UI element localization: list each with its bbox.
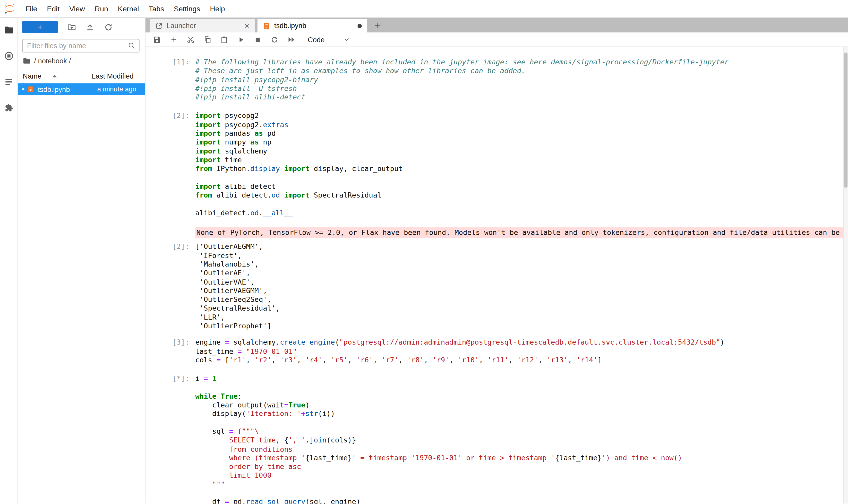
code-cell[interactable]: [3]:engine = sqlalchemy.create_engine("p… xyxy=(145,338,848,365)
file-name: tsdb.ipynb xyxy=(38,85,70,93)
file-list-header: Name Last Modified xyxy=(18,69,145,84)
cell-type-value: Code xyxy=(308,36,324,44)
run-cell-icon[interactable] xyxy=(236,35,245,44)
home-folder-icon[interactable] xyxy=(23,57,31,65)
code-cell[interactable]: [2]:import psycopg2import psycopg2.extra… xyxy=(145,112,848,218)
column-name[interactable]: Name xyxy=(23,72,41,80)
sort-ascending-icon[interactable] xyxy=(52,75,57,77)
file-modified: a minute ago xyxy=(97,86,136,93)
menu-settings[interactable]: Settings xyxy=(169,5,205,13)
new-launcher-button[interactable]: + xyxy=(22,21,58,33)
tab-label: Launcher xyxy=(167,22,196,30)
new-folder-icon[interactable] xyxy=(67,22,76,32)
running-kernel-indicator xyxy=(22,88,24,90)
dock-tab-bar: Launcher × tsdb.ipynb xyxy=(145,18,848,33)
output-cell: [2]:['OutlierAEGMM', 'IForest', 'Mahalan… xyxy=(145,242,848,331)
restart-run-all-icon[interactable] xyxy=(287,35,295,44)
copy-cells-icon[interactable] xyxy=(203,35,212,44)
vertical-scrollbar[interactable] xyxy=(843,47,848,504)
tab-launcher[interactable]: Launcher × xyxy=(150,19,255,33)
cell-prompt: [3]: xyxy=(145,338,195,365)
file-browser-panel: + / note xyxy=(18,18,145,503)
file-browser-toolbar: + xyxy=(18,18,145,34)
cut-cells-icon[interactable] xyxy=(186,35,195,44)
unsaved-changes-indicator[interactable] xyxy=(357,23,362,28)
cell-prompt: [1]: xyxy=(145,58,195,102)
menu-tabs[interactable]: Tabs xyxy=(144,5,169,13)
notebook-icon xyxy=(27,86,35,93)
upload-icon[interactable] xyxy=(85,22,95,32)
save-icon[interactable] xyxy=(152,35,161,44)
cell-editor[interactable]: engine = sqlalchemy.create_engine("postg… xyxy=(195,338,848,365)
search-icon xyxy=(128,42,136,50)
menu-items: File Edit View Run Kernel Tabs Settings … xyxy=(21,5,230,13)
scrollbar-thumb[interactable] xyxy=(844,53,848,188)
launcher-tab-icon xyxy=(155,22,163,29)
notebook-icon xyxy=(263,22,270,29)
chevron-down-icon xyxy=(343,36,350,43)
cell-prompt xyxy=(145,227,195,238)
main-area: Launcher × tsdb.ipynb xyxy=(145,18,848,503)
cell-output-text: ['OutlierAEGMM', 'IForest', 'Mahalanobis… xyxy=(195,242,848,331)
close-icon[interactable]: × xyxy=(245,22,249,30)
cell-editor[interactable]: i = 1 while True: clear_output(wait=True… xyxy=(195,375,848,504)
tab-tsdb-ipynb[interactable]: tsdb.ipynb xyxy=(257,19,367,33)
extension-manager-tab-icon[interactable] xyxy=(3,102,14,113)
file-filter-input[interactable] xyxy=(26,41,128,51)
menu-view[interactable]: View xyxy=(65,5,90,13)
file-list: tsdb.ipynb a minute ago xyxy=(18,83,145,95)
code-cell[interactable]: [*]:i = 1 while True: clear_output(wait=… xyxy=(145,375,848,504)
jupyter-logo-icon xyxy=(3,2,16,15)
cell-type-dropdown[interactable]: Code xyxy=(308,36,350,44)
cell-prompt: [2]: xyxy=(145,242,195,331)
menu-bar: File Edit View Run Kernel Tabs Settings … xyxy=(0,0,848,18)
breadcrumb[interactable]: / notebook / xyxy=(18,53,145,65)
notebook-scroll-area: [1]:# The following libraries have alrea… xyxy=(145,47,848,504)
restart-kernel-icon[interactable] xyxy=(270,35,278,44)
add-cell-icon[interactable] xyxy=(169,35,178,44)
file-filter-box xyxy=(22,39,140,53)
cell-editor[interactable]: import psycopg2import psycopg2.extrasimp… xyxy=(195,112,848,218)
notebook-cells: [1]:# The following libraries have alrea… xyxy=(145,47,848,504)
new-tab-button[interactable] xyxy=(370,19,384,33)
interrupt-kernel-icon[interactable] xyxy=(253,35,262,44)
paste-cells-icon[interactable] xyxy=(220,35,229,44)
file-browser-tab-icon[interactable] xyxy=(3,24,14,35)
cell-editor[interactable]: # The following libraries have already b… xyxy=(195,58,848,102)
stderr-output-cell: None of PyTorch, TensorFlow >= 2.0, or F… xyxy=(145,227,848,238)
table-of-contents-tab-icon[interactable] xyxy=(3,76,14,87)
menu-help[interactable]: Help xyxy=(205,5,230,13)
file-row-tsdb-ipynb[interactable]: tsdb.ipynb a minute ago xyxy=(18,83,145,95)
menu-kernel[interactable]: Kernel xyxy=(113,5,144,13)
running-kernels-tab-icon[interactable] xyxy=(3,50,14,61)
breadcrumb-path: / notebook / xyxy=(34,57,71,65)
code-cell[interactable]: [1]:# The following libraries have alrea… xyxy=(145,58,848,102)
menu-edit[interactable]: Edit xyxy=(42,5,65,13)
refresh-icon[interactable] xyxy=(103,22,113,32)
notebook-toolbar: Code xyxy=(145,33,848,47)
menu-run[interactable]: Run xyxy=(90,5,113,13)
activity-bar xyxy=(0,18,18,503)
tab-label: tsdb.ipynb xyxy=(274,22,306,30)
menu-file[interactable]: File xyxy=(21,5,42,13)
cell-prompt: [*]: xyxy=(145,375,195,504)
cell-prompt: [2]: xyxy=(145,112,195,218)
cell-output-text: None of PyTorch, TensorFlow >= 2.0, or F… xyxy=(195,227,848,238)
column-last-modified[interactable]: Last Modified xyxy=(92,72,133,80)
jupyterlab-window: File Edit View Run Kernel Tabs Settings … xyxy=(0,0,848,504)
